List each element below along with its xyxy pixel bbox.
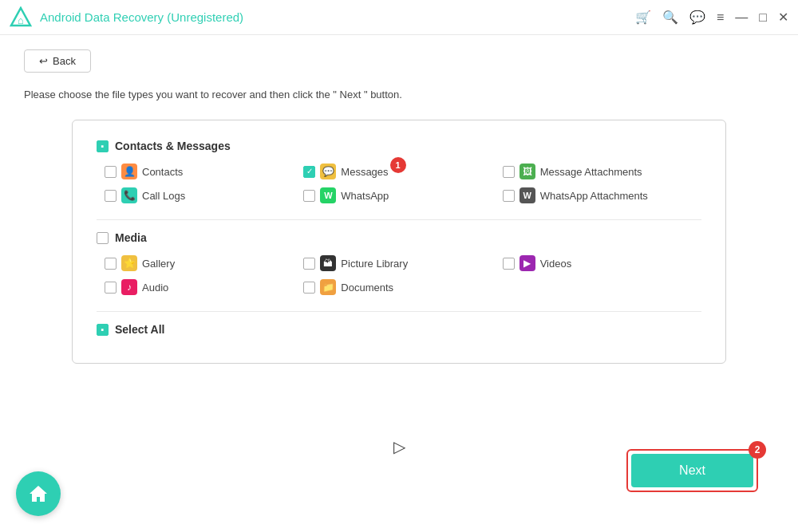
home-button[interactable] bbox=[16, 471, 61, 516]
app-title: Android Data Recovery (Unregistered) bbox=[40, 10, 635, 24]
messages-icon: 💬 bbox=[320, 164, 336, 179]
cart-icon[interactable]: 🛒 bbox=[635, 10, 651, 25]
whatsapp-item[interactable]: W WhatsApp bbox=[303, 187, 502, 203]
picture-checkbox[interactable] bbox=[303, 258, 315, 270]
contacts-checkbox[interactable] bbox=[105, 166, 117, 178]
select-all-checkbox[interactable] bbox=[97, 324, 109, 336]
svg-text:⌂: ⌂ bbox=[18, 14, 24, 26]
documents-checkbox[interactable] bbox=[303, 282, 315, 294]
media-grid: ⭐ Gallery 🏔 Picture Library ▶ Videos ♪ A… bbox=[105, 255, 701, 295]
whatsapp-icon: W bbox=[320, 187, 336, 203]
calllogs-icon: 📞 bbox=[121, 187, 137, 203]
documents-item[interactable]: 📁 Documents bbox=[303, 279, 502, 295]
messages-label: Messages bbox=[341, 166, 388, 178]
cursor-arrow-icon: ▷ bbox=[393, 437, 405, 456]
next-button-wrapper: Next 2 bbox=[626, 449, 758, 492]
audio-label: Audio bbox=[142, 282, 168, 294]
picture-item[interactable]: 🏔 Picture Library bbox=[303, 255, 502, 271]
contacts-messages-checkbox[interactable] bbox=[97, 140, 109, 152]
back-button[interactable]: ↩ Back bbox=[24, 49, 91, 73]
contacts-messages-label: Contacts & Messages bbox=[115, 140, 231, 152]
msg-attach-checkbox[interactable] bbox=[503, 166, 515, 178]
title-bar-icons: 🛒 🔍 💬 ≡ — □ ✕ bbox=[635, 10, 788, 25]
picture-label: Picture Library bbox=[341, 258, 408, 270]
file-type-panel: Contacts & Messages 👤 Contacts 💬 Message… bbox=[72, 120, 726, 364]
documents-label: Documents bbox=[341, 282, 393, 294]
select-all-checkbox-wrap[interactable] bbox=[97, 324, 109, 336]
contacts-item[interactable]: 👤 Contacts bbox=[105, 164, 303, 179]
wa-attach-checkbox[interactable] bbox=[503, 190, 515, 202]
messages-checkbox[interactable] bbox=[303, 166, 315, 178]
gallery-checkbox[interactable] bbox=[105, 258, 117, 270]
search-icon[interactable]: 🔍 bbox=[662, 10, 678, 25]
section-separator bbox=[97, 219, 701, 220]
maximize-icon[interactable]: □ bbox=[759, 10, 767, 25]
select-all-separator bbox=[97, 311, 701, 312]
main-content: ↩ Back Please choose the file types you … bbox=[0, 35, 798, 532]
contacts-messages-grid: 👤 Contacts 💬 Messages 1 🖼 Message Attach… bbox=[105, 164, 701, 203]
audio-item[interactable]: ♪ Audio bbox=[105, 279, 303, 295]
messages-badge: 1 bbox=[390, 157, 406, 173]
home-icon bbox=[27, 483, 49, 505]
whatsapp-checkbox[interactable] bbox=[303, 190, 315, 202]
contacts-messages-header: Contacts & Messages bbox=[97, 140, 701, 152]
chat-icon[interactable]: 💬 bbox=[689, 10, 705, 25]
audio-icon: ♪ bbox=[121, 279, 137, 295]
msg-attach-item[interactable]: 🖼 Message Attachments bbox=[503, 164, 701, 179]
picture-icon: 🏔 bbox=[320, 255, 336, 271]
next-button[interactable]: Next bbox=[631, 454, 753, 487]
wa-attach-item[interactable]: W WhatsApp Attachments bbox=[503, 187, 701, 203]
next-button-area: Next 2 bbox=[626, 449, 758, 492]
instruction-text: Please choose the file types you want to… bbox=[24, 89, 774, 100]
select-all-label: Select All bbox=[115, 323, 165, 336]
select-all-row: Select All bbox=[97, 323, 701, 336]
app-logo-icon: ⌂ bbox=[10, 6, 32, 29]
media-checkbox[interactable] bbox=[97, 232, 109, 244]
contacts-label: Contacts bbox=[142, 166, 183, 178]
gallery-item[interactable]: ⭐ Gallery bbox=[105, 255, 303, 271]
msg-attach-label: Message Attachments bbox=[540, 166, 642, 178]
videos-checkbox[interactable] bbox=[503, 258, 515, 270]
wa-attach-label: WhatsApp Attachments bbox=[540, 190, 648, 202]
close-icon[interactable]: ✕ bbox=[778, 10, 788, 25]
menu-icon[interactable]: ≡ bbox=[717, 10, 724, 25]
media-header: Media bbox=[97, 231, 701, 244]
calllogs-checkbox[interactable] bbox=[105, 190, 117, 202]
calllogs-item[interactable]: 📞 Call Logs bbox=[105, 187, 303, 203]
media-checkbox-wrap[interactable] bbox=[97, 232, 109, 244]
documents-icon: 📁 bbox=[320, 279, 336, 295]
back-label: Back bbox=[53, 55, 76, 67]
gallery-icon: ⭐ bbox=[121, 255, 137, 271]
contacts-icon: 👤 bbox=[121, 164, 137, 179]
messages-item[interactable]: 💬 Messages 1 bbox=[303, 164, 502, 179]
wa-attach-icon: W bbox=[519, 187, 535, 203]
minimize-icon[interactable]: — bbox=[735, 10, 748, 25]
calllogs-label: Call Logs bbox=[142, 190, 185, 202]
msg-attach-icon: 🖼 bbox=[519, 164, 535, 179]
back-arrow-icon: ↩ bbox=[39, 55, 48, 67]
whatsapp-label: WhatsApp bbox=[341, 190, 389, 202]
videos-label: Videos bbox=[540, 258, 572, 270]
title-bar: ⌂ Android Data Recovery (Unregistered) 🛒… bbox=[0, 0, 798, 35]
videos-icon: ▶ bbox=[519, 255, 535, 271]
next-badge: 2 bbox=[749, 441, 766, 459]
media-label: Media bbox=[115, 231, 147, 244]
contacts-messages-checkbox-wrap[interactable] bbox=[97, 140, 109, 152]
gallery-label: Gallery bbox=[142, 258, 175, 270]
audio-checkbox[interactable] bbox=[105, 282, 117, 294]
videos-item[interactable]: ▶ Videos bbox=[503, 255, 701, 271]
